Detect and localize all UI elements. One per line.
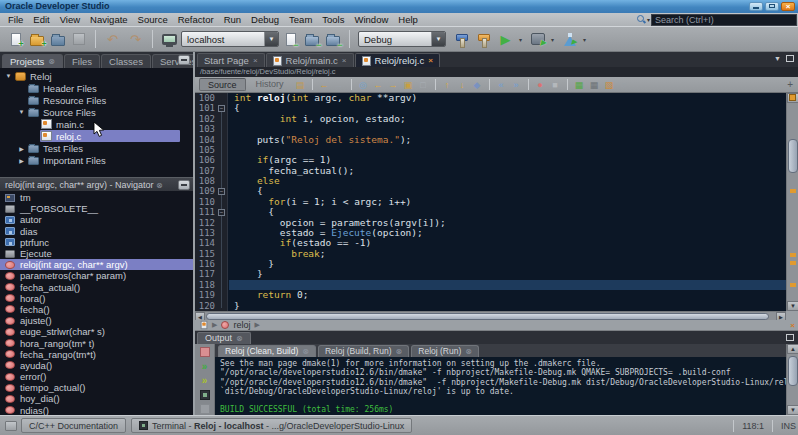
navigator-item[interactable]: hora() (0, 293, 193, 304)
tab-close-icon[interactable]: × (342, 57, 347, 65)
titlebar[interactable]: Oracle Developer Studio × (0, 0, 798, 13)
find-selection-icon[interactable]: ◎ (357, 78, 370, 91)
code-line[interactable]: fecha_actual(); (229, 166, 786, 176)
code-line[interactable]: int reloj(int argc, char **argv) (229, 93, 786, 103)
scrollbar-thumb[interactable] (788, 356, 798, 386)
dropdown-caret-icon[interactable]: ▾ (519, 36, 522, 43)
editor-vertical-scrollbar[interactable]: ▲ ▼ (786, 93, 798, 311)
clear-output-icon[interactable] (198, 404, 211, 415)
window-list-icon[interactable] (5, 421, 17, 431)
code-line[interactable]: puts("Reloj del sistema."); (229, 135, 786, 145)
stop-macro-icon[interactable]: ■ (549, 78, 562, 91)
expander-icon[interactable]: ▼ (16, 109, 27, 115)
run-project-icon[interactable]: ▶ (497, 31, 514, 48)
expander-icon[interactable]: ▼ (3, 73, 14, 79)
macro-expansion-icon[interactable]: ▧ (603, 78, 616, 91)
scroll-down-icon[interactable]: ▼ (787, 301, 798, 311)
navigator-item[interactable]: fecha() (0, 304, 193, 315)
rectangular-selection-icon[interactable]: □ (417, 78, 430, 91)
fold-collapse-icon[interactable]: − (218, 209, 225, 216)
menu-item-file[interactable]: File (3, 13, 28, 26)
forward-icon[interactable]: → (333, 78, 346, 91)
navigator-list[interactable]: tm__FOBSOLETE__autordiasptrfuncEjecutere… (0, 191, 193, 415)
tab-close-icon[interactable]: ⊗ (302, 348, 309, 356)
output-close-icon[interactable]: ⊗ (236, 335, 243, 343)
menu-item-window[interactable]: Window (349, 13, 393, 26)
menu-item-view[interactable]: View (55, 13, 85, 26)
occurrence-mark[interactable] (790, 283, 796, 287)
tab-projects[interactable]: Projects⊗ (2, 54, 63, 68)
navigator-item[interactable]: tm (0, 192, 193, 203)
tab-list-dropdown-icon[interactable]: ▼ (774, 55, 781, 62)
host-select-arrow-icon[interactable]: ▼ (264, 32, 278, 46)
tab-classes[interactable]: Classes (101, 54, 151, 68)
menu-item-refactor[interactable]: Refactor (173, 13, 219, 26)
navigator-item[interactable]: hoy_dia() (0, 393, 193, 404)
rerun-icon[interactable]: » (198, 360, 211, 371)
code-line[interactable]: } (229, 301, 786, 311)
menu-item-help[interactable]: Help (393, 13, 423, 26)
redo-icon[interactable]: ↷ (127, 31, 144, 48)
next-bookmark-icon[interactable]: ↓ (456, 78, 469, 91)
uncomment-icon[interactable]: ▦ (588, 78, 601, 91)
minimize-panel-button[interactable] (178, 55, 190, 65)
configuration-select-arrow-icon[interactable]: ▼ (431, 32, 445, 46)
profile-project-icon[interactable] (561, 31, 578, 48)
back-icon[interactable]: ← (318, 78, 331, 91)
menu-item-team[interactable]: Team (284, 13, 317, 26)
code-line[interactable]: break; (229, 249, 786, 259)
navigator-item[interactable]: ajuste() (0, 315, 193, 326)
scroll-up-icon[interactable]: ▲ (787, 344, 798, 354)
navigator-item[interactable]: autor (0, 214, 193, 225)
tab-files[interactable]: Files (64, 54, 100, 68)
navigator-item[interactable]: ndias() (0, 405, 193, 415)
scroll-down-icon[interactable]: ▼ (787, 405, 798, 415)
last-edit-icon[interactable]: ▤ (294, 78, 307, 91)
navigator-minimize-button[interactable] (178, 180, 190, 190)
navigator-item[interactable]: fecha_actual() (0, 282, 193, 293)
menu-item-run[interactable]: Run (219, 13, 246, 26)
find-next-icon[interactable]: → (387, 78, 400, 91)
undo-icon[interactable]: ↶ (104, 31, 121, 48)
navigator-header[interactable]: reloj(int argc, char** argv) - Navigator… (0, 177, 193, 191)
tree-item[interactable]: ▼Reloj (0, 70, 193, 82)
close-button[interactable]: × (781, 2, 795, 11)
search-input[interactable]: Search (Ctrl+I) (651, 14, 797, 26)
tree-item[interactable]: ▶Test Files (0, 142, 193, 154)
navigator-item[interactable]: reloj(int argc, char** argv) (0, 259, 193, 270)
scrollbar-thumb[interactable] (206, 313, 769, 320)
terminal-window-button[interactable]: Terminal - Reloj - localhost - ...g/Orac… (131, 418, 412, 433)
debug-project-icon[interactable] (529, 31, 546, 48)
tree-item[interactable]: main.c (0, 118, 193, 130)
previous-bookmark-icon[interactable]: ↑ (441, 78, 454, 91)
navigator-close-icon[interactable]: ⊗ (156, 181, 163, 190)
breadcrumb-close-icon[interactable]: × (790, 321, 795, 330)
navigator-item[interactable]: hora_rango(tm* t) (0, 337, 193, 348)
new-file-icon[interactable] (7, 31, 24, 48)
download-remote-icon[interactable] (324, 31, 341, 48)
dropdown-caret-icon[interactable]: ▾ (583, 36, 586, 43)
save-all-icon[interactable] (70, 31, 87, 48)
editor-tab[interactable]: Reloj/reloj.c× (355, 53, 440, 67)
menu-item-navigate[interactable]: Navigate (85, 13, 133, 26)
occurrence-mark[interactable] (790, 261, 796, 265)
new-remote-file-icon[interactable] (282, 31, 299, 48)
stop-build-icon[interactable] (198, 346, 211, 357)
tree-item[interactable]: ▼Source Files (0, 106, 193, 118)
open-project-icon[interactable] (49, 31, 66, 48)
code-line[interactable]: for(i = 1; i < argc; i++) (229, 197, 786, 207)
maximize-editor-icon[interactable] (786, 55, 794, 62)
search-icon[interactable] (637, 15, 646, 24)
search-caret-icon[interactable]: ▾ (647, 16, 650, 23)
menu-item-debug[interactable]: Debug (246, 13, 284, 26)
tree-item[interactable]: reloj.c (0, 130, 193, 142)
editor-gutter[interactable]: 100101−102103104105106107108109−110111−1… (195, 93, 228, 311)
navigator-item[interactable]: euge_strlwr(char* s) (0, 326, 193, 337)
output-tab[interactable]: Reloj (Build, Run)⊗ (318, 345, 409, 357)
navigator-item[interactable]: error() (0, 371, 193, 382)
split-editor-icon[interactable]: + (787, 79, 793, 90)
navigator-item[interactable]: ayuda() (0, 360, 193, 371)
new-project-icon[interactable] (28, 31, 45, 48)
expander-icon[interactable]: ▶ (16, 157, 27, 164)
build-console[interactable]: See the man page dmake(1) for more infor… (215, 357, 786, 415)
